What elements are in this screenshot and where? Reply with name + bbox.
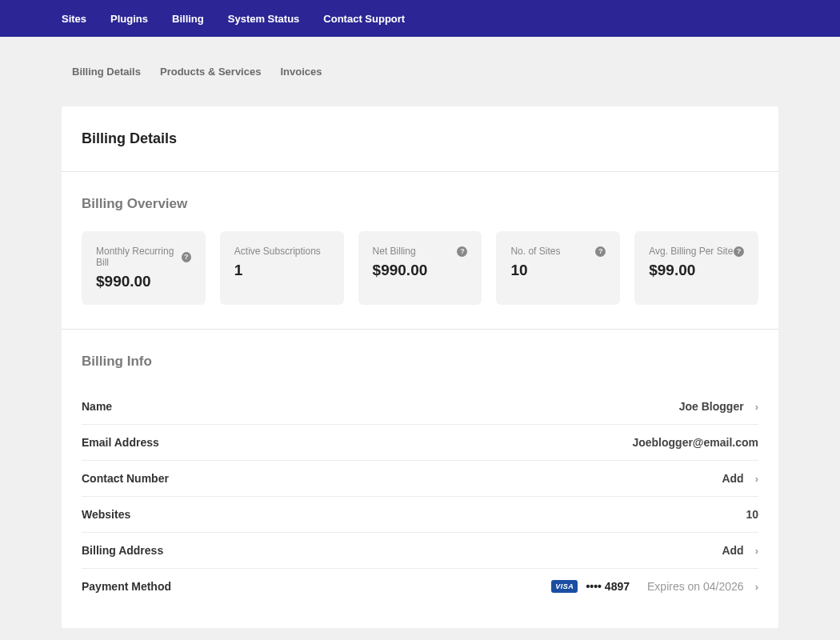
- card-label: No. of Sites: [510, 246, 560, 257]
- add-button[interactable]: Add: [722, 544, 743, 557]
- nav-billing[interactable]: Billing: [172, 13, 204, 25]
- overview-grid: Monthly Recurring Bill ? $990.00 Active …: [82, 231, 758, 305]
- card-value: $990.00: [373, 262, 468, 279]
- chevron-right-icon: ›: [755, 545, 758, 557]
- info-label: Payment Method: [82, 580, 171, 593]
- sub-nav: Billing Details Products & Services Invo…: [0, 37, 840, 87]
- billing-info-section: Billing Info Name Joe Blogger › Email Ad…: [62, 329, 778, 628]
- info-label: Billing Address: [82, 544, 163, 557]
- page-header: Billing Details: [62, 106, 778, 172]
- top-nav: Sites Plugins Billing System Status Cont…: [0, 0, 840, 37]
- add-button[interactable]: Add: [722, 472, 743, 485]
- row-contact-number[interactable]: Contact Number Add ›: [82, 461, 758, 497]
- card-label: Net Billing: [373, 246, 416, 257]
- card-sites: No. of Sites ? 10: [496, 231, 620, 305]
- nav-plugins[interactable]: Plugins: [110, 13, 148, 25]
- visa-icon: VISA: [551, 580, 578, 593]
- row-payment-method[interactable]: Payment Method VISA •••• 4897 Expires on…: [82, 569, 758, 604]
- card-active-subscriptions: Active Subscriptions 1: [220, 231, 344, 305]
- card-value: 10: [510, 262, 606, 279]
- nav-system-status[interactable]: System Status: [228, 13, 300, 25]
- help-icon[interactable]: ?: [734, 246, 744, 257]
- help-icon[interactable]: ?: [182, 252, 191, 262]
- page-title: Billing Details: [82, 130, 758, 147]
- billing-overview-section: Billing Overview Monthly Recurring Bill …: [62, 172, 778, 329]
- chevron-right-icon: ›: [755, 401, 758, 413]
- billing-info-title: Billing Info: [82, 354, 758, 370]
- card-last4: •••• 4897: [586, 580, 630, 593]
- card-value: 1: [234, 262, 330, 279]
- content-card: Billing Details Billing Overview Monthly…: [62, 106, 778, 628]
- tab-products-services[interactable]: Products & Services: [160, 56, 261, 87]
- info-list: Name Joe Blogger › Email Address Joeblog…: [82, 389, 758, 604]
- card-label: Active Subscriptions: [234, 246, 321, 257]
- card-net-billing: Net Billing ? $990.00: [358, 231, 482, 305]
- card-expiry: Expires on 04/2026: [647, 580, 744, 593]
- card-value: $99.00: [649, 262, 744, 279]
- row-name[interactable]: Name Joe Blogger ›: [82, 389, 758, 425]
- billing-overview-title: Billing Overview: [82, 196, 758, 212]
- info-value: 10: [746, 508, 758, 521]
- row-email: Email Address Joeblogger@email.com: [82, 425, 758, 461]
- info-value: Joe Blogger: [679, 400, 744, 413]
- card-value: $990.00: [96, 273, 191, 290]
- info-label: Name: [82, 400, 112, 413]
- card-label: Monthly Recurring Bill: [96, 246, 182, 268]
- help-icon[interactable]: ?: [595, 246, 606, 257]
- row-websites: Websites 10: [82, 497, 758, 533]
- nav-contact-support[interactable]: Contact Support: [323, 13, 405, 25]
- nav-sites[interactable]: Sites: [62, 13, 86, 25]
- info-label: Websites: [82, 508, 130, 521]
- info-value: Joeblogger@email.com: [632, 436, 758, 449]
- tab-invoices[interactable]: Invoices: [280, 56, 322, 87]
- card-monthly-recurring: Monthly Recurring Bill ? $990.00: [82, 231, 206, 305]
- info-label: Contact Number: [82, 472, 169, 485]
- tab-billing-details[interactable]: Billing Details: [72, 56, 141, 87]
- chevron-right-icon: ›: [755, 581, 758, 593]
- info-label: Email Address: [82, 436, 159, 449]
- chevron-right-icon: ›: [755, 473, 758, 485]
- card-label: Avg. Billing Per Site: [649, 246, 733, 257]
- card-avg-per-site: Avg. Billing Per Site ? $99.00: [634, 231, 758, 305]
- help-icon[interactable]: ?: [457, 246, 467, 257]
- row-billing-address[interactable]: Billing Address Add ›: [82, 533, 758, 569]
